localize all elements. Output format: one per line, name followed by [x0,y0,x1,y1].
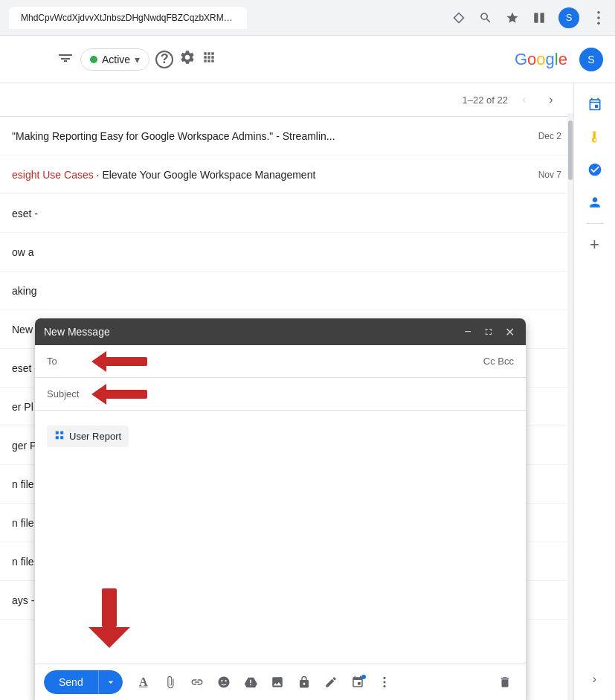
insert-photo-icon[interactable] [265,670,289,694]
active-label: Active [102,54,130,65]
minimize-icon[interactable]: − [460,324,475,339]
drive-icon[interactable] [239,670,263,694]
browser-chrome: MhdCpvWcdXjdvvXtJnbszDHgNwdqFBZCqzbXRMXL… [0,0,615,36]
next-page-button[interactable]: › [541,89,561,110]
svg-point-2 [597,11,600,14]
split-screen-icon[interactable] [532,10,547,25]
active-dot-indicator [90,56,97,63]
email-row[interactable]: eset - [0,194,573,233]
email-row[interactable]: ow a [0,233,573,272]
sidebar-expand-button[interactable]: › [580,664,610,694]
svg-rect-1 [541,13,544,23]
scrollbar-thumb[interactable] [568,121,573,180]
close-icon[interactable]: ✕ [502,324,517,339]
search-icon[interactable] [478,10,493,25]
help-icon[interactable]: ? [155,51,173,68]
lock-icon[interactable] [292,670,316,694]
more-menu-icon[interactable] [591,10,606,25]
email-subject: "Making Reporting Easy for Google Worksp… [12,130,532,142]
email-subject: esight Use Cases · Elevate Your Google W… [12,169,532,181]
sidebar-contacts-button[interactable] [580,187,610,217]
chevron-down-icon: ▾ [135,54,140,65]
sidebar-add-button[interactable]: + [580,230,610,260]
subject-label: Subject [47,388,84,399]
right-sidebar: + › [573,83,615,700]
email-subject: aking [12,285,561,297]
compose-window: New Message − ✕ To [35,318,526,700]
delete-compose-icon[interactable] [493,670,517,694]
attachment-label: User Report [69,431,121,442]
signature-icon[interactable] [319,670,343,694]
subject-input[interactable] [84,388,514,400]
email-list: 1–22 of 22 ‹ › "Making Reporting Easy fo… [0,83,573,700]
schedule-send-icon[interactable] [346,670,370,694]
sidebar-calendar-button[interactable] [580,89,610,119]
svg-point-3 [597,16,600,19]
email-date: Dec 2 [538,131,561,141]
email-subject: ow a [12,246,561,258]
extension-icon[interactable] [451,10,466,25]
svg-point-6 [383,681,385,683]
attach-file-icon[interactable] [158,670,182,694]
scrollbar-track [567,113,573,700]
to-input[interactable] [84,356,483,367]
sidebar-keep-button[interactable] [580,122,610,152]
sidebar-divider [586,223,604,224]
google-logo: Google [515,50,567,69]
send-dropdown-button[interactable] [98,670,123,694]
email-row[interactable]: esight Use Cases · Elevate Your Google W… [0,155,573,194]
cc-bcc-button[interactable]: Cc Bcc [483,356,514,367]
grid-icon[interactable] [202,50,216,68]
active-status-badge[interactable]: Active ▾ [80,48,149,71]
to-label: To [47,356,84,367]
compose-body[interactable]: User Report [35,411,526,664]
pagination-text: 1–22 of 22 [463,94,508,106]
svg-point-4 [597,22,600,25]
subject-field-row: Subject [35,378,526,411]
pagination-bar: 1–22 of 22 ‹ › [0,83,573,117]
browser-tab[interactable]: MhdCpvWcdXjdvvXtJnbszDHgNwdqFBZCqzbXRMXL… [9,7,247,29]
attachment-chip[interactable]: User Report [47,426,129,447]
browser-icons: S [451,7,606,28]
svg-rect-0 [534,13,538,23]
star-icon[interactable] [505,10,520,25]
send-button[interactable]: Send [44,670,98,694]
gmail-toolbar: Active ▾ ? Google S [0,36,615,83]
toolbar-left: Active ▾ ? [12,48,216,71]
email-row[interactable]: aking [0,272,573,310]
svg-point-5 [383,677,385,679]
email-subject: eset - [12,208,561,219]
compose-header-icons: − ✕ [460,324,517,339]
more-options-icon[interactable] [373,670,396,694]
send-button-wrapper: Send [44,670,123,694]
format-text-icon[interactable]: A [132,670,155,694]
main-content: 1–22 of 22 ‹ › "Making Reporting Easy fo… [0,83,615,700]
email-date: Nov 7 [538,170,561,180]
compose-footer: Send A [35,664,526,700]
insert-link-icon[interactable] [185,670,209,694]
profile-avatar-toolbar[interactable]: S [579,48,603,71]
profile-avatar-chrome[interactable]: S [558,7,579,28]
svg-point-7 [383,685,385,687]
compose-title: New Message [44,326,110,338]
compose-header: New Message − ✕ [35,318,526,345]
emoji-icon[interactable] [212,670,236,694]
expand-icon[interactable] [481,324,496,339]
filter-icon[interactable] [57,48,74,70]
sidebar-tasks-button[interactable] [580,155,610,184]
to-field-row: To Cc Bcc [35,345,526,378]
email-row[interactable]: "Making Reporting Easy for Google Worksp… [0,117,573,155]
prev-page-button[interactable]: ‹ [514,89,535,110]
toolbar-right: Google S [515,48,603,71]
attachment-grid-icon [54,430,65,443]
settings-icon[interactable] [179,49,196,69]
